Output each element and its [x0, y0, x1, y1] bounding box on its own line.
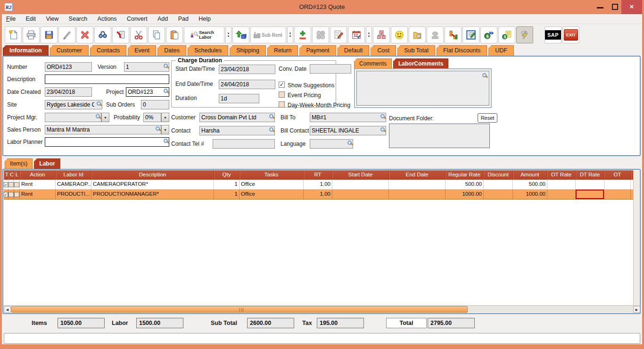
bill-contact-search-icon[interactable]	[380, 127, 385, 132]
find-button[interactable]	[94, 26, 111, 43]
col-header-amount[interactable]: Amount	[513, 170, 547, 180]
tab-payment[interactable]: Payment	[299, 45, 336, 56]
col-header-l[interactable]: L	[14, 170, 20, 180]
cell-ot[interactable]	[604, 190, 631, 199]
sales-person-dropdown[interactable]: ▼	[161, 125, 169, 134]
version-search-icon[interactable]	[164, 64, 168, 68]
tab-labor-comments[interactable]: LaborComments	[393, 58, 448, 69]
cell-discount[interactable]	[484, 180, 513, 189]
col-header-ot[interactable]: OT	[604, 170, 631, 180]
labor-comments-textarea[interactable]	[356, 71, 489, 106]
group-circles-button[interactable]	[312, 26, 329, 43]
cell-dt-rate-focused[interactable]	[576, 190, 604, 199]
dollar-notes-button[interactable]: $	[498, 26, 515, 43]
convert-shapes-button[interactable]	[232, 26, 249, 43]
cell-start-date[interactable]	[332, 190, 389, 199]
contact-tel-field[interactable]	[213, 139, 275, 149]
language-field[interactable]	[310, 139, 353, 149]
cell-regular-rate[interactable]: 500.00	[446, 180, 484, 189]
sub-orders-field[interactable]	[141, 100, 169, 109]
dollar-forward-button[interactable]: $	[480, 26, 497, 43]
cell-ot-rate[interactable]	[547, 180, 576, 189]
cell-labor-id[interactable]: PRODUCTI...	[56, 190, 91, 199]
cell-description[interactable]: PRODUCTIONMANAGER*	[91, 190, 214, 199]
number-field[interactable]	[45, 62, 92, 72]
cell-amount[interactable]: 500.00	[513, 180, 547, 189]
lightning-button[interactable]	[516, 26, 533, 43]
copy-document-button[interactable]	[112, 26, 129, 43]
site-search-icon[interactable]	[97, 101, 101, 106]
menu-actions[interactable]: Actions	[93, 14, 121, 24]
probability-dropdown[interactable]: ▼	[161, 113, 169, 122]
cell-regular-rate[interactable]: 1000.00	[446, 190, 484, 199]
sales-person-search-icon[interactable]	[156, 126, 160, 131]
col-header-c[interactable]: C	[8, 170, 14, 180]
add-remove-button[interactable]	[294, 26, 311, 43]
col-header-rt[interactable]: RT	[304, 170, 332, 180]
customer-field[interactable]	[199, 113, 275, 122]
table-row[interactable]: ✓ ✓ ✓ Rent CAMERAOP... CAMERAOPERATOR* 1…	[4, 180, 634, 190]
cell-action[interactable]: Rent	[20, 180, 56, 189]
version-field[interactable]	[124, 62, 169, 72]
document-folder-box[interactable]	[389, 124, 490, 148]
col-header-t[interactable]: T	[4, 170, 8, 180]
row-l-checkbox[interactable]: ✓	[14, 192, 19, 197]
row-c-checkbox[interactable]: ✓	[8, 182, 14, 187]
save-button[interactable]	[41, 26, 58, 43]
sub-rent-dropdown[interactable]: ▼▼	[287, 26, 293, 43]
sales-person-field[interactable]	[45, 125, 161, 134]
tab-udf[interactable]: UDF	[488, 45, 514, 56]
labor-planner-search-icon[interactable]	[164, 139, 168, 143]
tab-sub-total[interactable]: Sub Total	[397, 45, 435, 56]
tab-items[interactable]: Item(s)	[5, 158, 33, 169]
cell-rt[interactable]: 1.00	[304, 180, 332, 189]
maximize-button[interactable]	[608, 0, 621, 14]
col-header-description[interactable]: Description	[91, 170, 214, 180]
calendar-dropdown[interactable]: ▼▼	[366, 26, 372, 43]
menu-file[interactable]: File	[2, 14, 20, 24]
contact-field[interactable]	[199, 126, 275, 135]
cell-labor-id[interactable]: CAMERAOP...	[56, 180, 91, 189]
menu-convert[interactable]: Convert	[123, 14, 152, 24]
vertical-scrollbar[interactable]	[633, 170, 639, 305]
tab-schedules[interactable]: Schedules	[188, 45, 228, 56]
horizontal-scrollbar[interactable]: ◀ ▶	[4, 305, 640, 313]
contact-search-icon[interactable]	[269, 127, 273, 132]
tab-labor[interactable]: Labor	[34, 158, 60, 169]
minimize-button[interactable]	[593, 0, 607, 14]
tab-event[interactable]: Event	[128, 45, 156, 56]
cell-qty[interactable]: 1	[214, 180, 239, 189]
row-t-checkbox[interactable]: ✓	[4, 192, 8, 197]
cell-amount[interactable]: 1000.00	[513, 190, 547, 199]
delete-button[interactable]	[76, 26, 93, 43]
org-chart-button[interactable]	[373, 26, 390, 43]
tab-comments[interactable]: Comments	[354, 58, 392, 69]
tab-customer[interactable]: Customer	[50, 45, 89, 56]
edit-pencil-button[interactable]	[58, 26, 75, 43]
show-suggestions-checkbox[interactable]: ✓	[279, 82, 285, 88]
menu-pad[interactable]: Pad	[174, 14, 193, 24]
duration-field[interactable]	[219, 94, 259, 103]
col-header-start-date[interactable]: Start Date	[332, 170, 389, 180]
sap-button[interactable]: SAP	[545, 26, 561, 43]
new-document-button[interactable]	[5, 26, 22, 43]
cell-end-date[interactable]	[389, 190, 446, 199]
tab-contacts[interactable]: Contacts	[90, 45, 126, 56]
site-field[interactable]	[45, 100, 102, 109]
row-t-checkbox[interactable]: ✓	[4, 182, 8, 187]
menu-search[interactable]: Search	[65, 14, 92, 24]
bill-to-field[interactable]	[310, 113, 386, 122]
col-header-labor-id[interactable]: Labor Id	[56, 170, 91, 180]
row-l-checkbox[interactable]: ✓	[14, 182, 19, 187]
conv-date-field[interactable]	[310, 64, 351, 74]
reset-button[interactable]: Reset	[478, 113, 497, 123]
paste-button[interactable]	[166, 26, 183, 43]
tab-cost[interactable]: Cost	[371, 45, 396, 56]
cell-tasks[interactable]: Office	[239, 180, 304, 189]
row-c-checkbox[interactable]: ✓	[8, 192, 14, 197]
tab-default[interactable]: Default	[338, 45, 370, 56]
start-datetime-field[interactable]	[219, 65, 275, 74]
day-week-month-pricing-checkbox[interactable]: ✓	[279, 101, 285, 108]
menu-help[interactable]: Help	[194, 14, 215, 24]
tab-information[interactable]: Information	[3, 45, 49, 56]
